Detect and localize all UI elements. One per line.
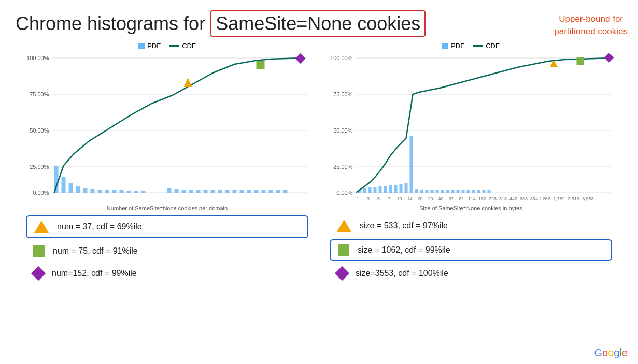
svg-rect-15 bbox=[91, 189, 95, 193]
svg-rect-18 bbox=[112, 190, 117, 193]
svg-rect-29 bbox=[211, 190, 215, 193]
svg-rect-56 bbox=[374, 187, 377, 193]
right-chart-subtitle: Size of SameSite=None cookies in bytes bbox=[324, 205, 617, 211]
title-prefix: Chrome histograms for bbox=[16, 13, 210, 34]
svg-text:75.00%: 75.00% bbox=[333, 91, 353, 97]
charts-row: PDF CDF 100.00% 75.00% 50.00% 25.00% 0.0… bbox=[16, 42, 622, 286]
svg-rect-25 bbox=[182, 190, 186, 193]
svg-text:1: 1 bbox=[357, 196, 359, 201]
svg-rect-65 bbox=[420, 190, 423, 193]
left-chart-section: PDF CDF 100.00% 75.00% 50.00% 25.00% 0.0… bbox=[16, 42, 319, 286]
svg-text:20: 20 bbox=[417, 196, 422, 201]
svg-text:633: 633 bbox=[520, 196, 528, 201]
svg-text:3,553: 3,553 bbox=[582, 196, 594, 201]
cdf-line-icon bbox=[169, 45, 179, 47]
right-annotations: size = 533, cdf = 97%ile size = 1062, cd… bbox=[324, 215, 617, 283]
right-annotation-orange-text: size = 533, cdf = 97%ile bbox=[360, 221, 448, 230]
right-chart-svg: 100.00% 75.00% 50.00% 25.00% 0.00% bbox=[324, 53, 617, 203]
svg-rect-59 bbox=[389, 185, 392, 193]
right-legend-pdf: PDF bbox=[442, 42, 464, 50]
svg-text:25.00%: 25.00% bbox=[333, 164, 353, 170]
svg-rect-58 bbox=[384, 186, 387, 193]
svg-rect-12 bbox=[69, 183, 73, 193]
svg-rect-67 bbox=[431, 190, 434, 193]
svg-rect-39 bbox=[283, 190, 288, 193]
svg-text:50.00%: 50.00% bbox=[30, 127, 49, 134]
svg-rect-20 bbox=[127, 191, 131, 193]
svg-text:57: 57 bbox=[448, 196, 453, 201]
svg-rect-64 bbox=[415, 189, 418, 193]
svg-rect-66 bbox=[426, 190, 429, 193]
right-chart-area: 100.00% 75.00% 50.00% 25.00% 0.00% bbox=[324, 53, 617, 203]
svg-rect-32 bbox=[233, 190, 237, 193]
svg-rect-42 bbox=[295, 53, 306, 64]
left-legend-pdf: PDF bbox=[138, 42, 161, 50]
pdf-icon bbox=[138, 43, 145, 49]
svg-rect-78 bbox=[488, 190, 491, 193]
green-square-icon bbox=[33, 245, 45, 257]
svg-rect-69 bbox=[441, 190, 444, 193]
svg-text:100.00%: 100.00% bbox=[330, 55, 353, 61]
svg-marker-40 bbox=[184, 78, 192, 87]
svg-text:25.00%: 25.00% bbox=[30, 164, 49, 170]
svg-rect-17 bbox=[105, 190, 109, 193]
svg-text:318: 318 bbox=[499, 196, 507, 201]
svg-rect-55 bbox=[368, 187, 372, 193]
svg-text:3: 3 bbox=[367, 196, 370, 201]
left-annotation-purple-text: num=152, cdf = 99%ile bbox=[52, 269, 137, 278]
svg-rect-62 bbox=[405, 183, 408, 193]
svg-text:29: 29 bbox=[428, 196, 433, 201]
svg-text:81: 81 bbox=[459, 196, 464, 201]
orange-triangle-icon bbox=[34, 221, 49, 233]
svg-text:0.00%: 0.00% bbox=[33, 190, 49, 196]
right-orange-triangle-icon bbox=[337, 220, 351, 232]
left-legend: PDF CDF bbox=[21, 42, 314, 50]
svg-rect-71 bbox=[451, 190, 455, 193]
left-legend-cdf: CDF bbox=[169, 42, 196, 50]
svg-rect-68 bbox=[436, 190, 439, 193]
svg-text:2,516: 2,516 bbox=[568, 196, 579, 201]
svg-rect-76 bbox=[477, 190, 480, 193]
right-annotation-purple: size=3553, cdf = 100%ile bbox=[330, 264, 612, 283]
svg-rect-19 bbox=[120, 190, 124, 193]
svg-rect-75 bbox=[472, 190, 475, 193]
right-annotation-green-text: size = 1062, cdf = 99%ile bbox=[358, 245, 450, 255]
svg-text:75.00%: 75.00% bbox=[30, 91, 49, 97]
svg-rect-11 bbox=[62, 177, 66, 193]
svg-rect-63 bbox=[410, 136, 413, 193]
main-title: Chrome histograms for SameSite=None cook… bbox=[16, 10, 622, 37]
svg-rect-37 bbox=[269, 190, 273, 193]
svg-rect-34 bbox=[247, 190, 251, 193]
svg-rect-13 bbox=[76, 186, 80, 193]
svg-rect-28 bbox=[204, 190, 208, 193]
svg-text:100.00%: 100.00% bbox=[26, 55, 49, 61]
svg-rect-30 bbox=[218, 190, 222, 193]
svg-rect-23 bbox=[167, 188, 172, 193]
left-annotations: num = 37, cdf = 69%ile num = 75, cdf = 9… bbox=[21, 215, 314, 283]
svg-rect-72 bbox=[457, 190, 460, 193]
svg-text:5: 5 bbox=[377, 196, 380, 201]
left-chart-subtitle: Number of SameSite=None cookies per doma… bbox=[21, 205, 314, 211]
svg-rect-24 bbox=[175, 189, 179, 193]
left-annotation-purple: num=152, cdf = 99%ile bbox=[26, 264, 308, 283]
left-chart-area: 100.00% 75.00% 50.00% 25.00% 0.00% bbox=[21, 53, 314, 203]
left-annotation-orange-text: num = 37, cdf = 69%ile bbox=[57, 222, 142, 231]
right-annotation-purple-text: size=3553, cdf = 100%ile bbox=[356, 269, 448, 278]
svg-text:894: 894 bbox=[530, 196, 538, 201]
left-annotation-green: num = 75, cdf = 91%ile bbox=[26, 241, 308, 261]
svg-text:114: 114 bbox=[468, 196, 476, 201]
svg-text:1,262: 1,262 bbox=[538, 196, 550, 201]
svg-rect-74 bbox=[467, 190, 470, 193]
right-green-square-icon bbox=[338, 244, 349, 256]
title-highlight: SameSite=None cookies bbox=[210, 10, 426, 37]
page-container: Chrome histograms for SameSite=None cook… bbox=[0, 0, 638, 364]
svg-text:10: 10 bbox=[396, 196, 402, 201]
svg-text:7: 7 bbox=[388, 196, 390, 201]
right-purple-diamond-icon bbox=[335, 266, 349, 281]
left-annotation-green-text: num = 75, cdf = 91%ile bbox=[53, 246, 138, 256]
svg-rect-31 bbox=[225, 190, 230, 193]
right-cdf-line-icon bbox=[473, 45, 483, 47]
svg-rect-16 bbox=[98, 190, 102, 193]
svg-rect-22 bbox=[141, 191, 146, 193]
right-annotation-orange: size = 533, cdf = 97%ile bbox=[330, 215, 612, 236]
